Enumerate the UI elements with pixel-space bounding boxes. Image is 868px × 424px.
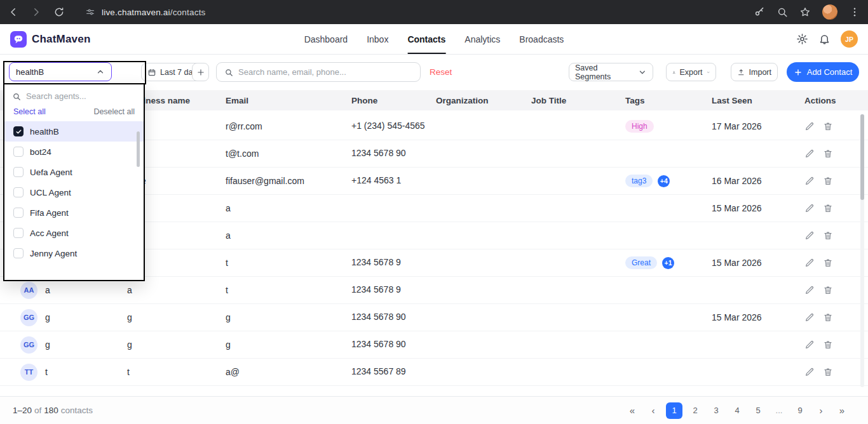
back-icon[interactable]: [8, 6, 19, 18]
page-ellipsis: ...: [771, 402, 787, 419]
avatar: AA: [20, 282, 37, 299]
nav-item-contacts[interactable]: Contacts: [407, 24, 445, 54]
delete-icon[interactable]: [823, 367, 833, 377]
add-contact-button[interactable]: Add Contact: [787, 62, 859, 82]
agent-option-healthb[interactable]: healthB: [4, 121, 144, 142]
first-page-button[interactable]: «: [624, 402, 641, 419]
add-filter-button[interactable]: [192, 63, 209, 81]
nav-item-broadcasts[interactable]: Broadcasts: [519, 24, 564, 54]
reload-icon[interactable]: [53, 6, 65, 18]
contacts-search[interactable]: [216, 62, 421, 82]
calendar-icon: [147, 68, 156, 77]
checkbox-icon[interactable]: [13, 208, 24, 218]
edit-icon[interactable]: [804, 258, 815, 268]
agent-option-label: Jenny Agent: [30, 249, 77, 258]
passkey-icon[interactable]: [754, 6, 765, 18]
results-unit: contacts: [61, 406, 93, 415]
table-row[interactable]: GGg g g 1234 5678 90 15 Mar 2026: [0, 304, 868, 331]
nav-item-analytics[interactable]: Analytics: [465, 24, 500, 54]
next-page-button[interactable]: ›: [813, 402, 829, 419]
contact-name: g: [45, 340, 50, 350]
browser-menu-icon[interactable]: [849, 6, 860, 18]
select-all-link[interactable]: Select all: [13, 107, 46, 116]
notifications-bell-icon[interactable]: [818, 33, 831, 45]
nav-item-dashboard[interactable]: Dashboard: [304, 24, 348, 54]
brand-logo[interactable]: ChatMaven: [10, 31, 91, 48]
table-row[interactable]: TTt t a@ 1234 5567 89: [0, 359, 868, 386]
last-seen: 17 Mar 2026: [705, 121, 797, 131]
nav-item-inbox[interactable]: Inbox: [367, 24, 388, 54]
delete-icon[interactable]: [823, 340, 833, 350]
checkbox-icon[interactable]: [13, 167, 24, 177]
checkbox-icon[interactable]: [13, 248, 24, 258]
prev-page-button[interactable]: ‹: [645, 402, 661, 419]
agents-list-scrollbar-thumb[interactable]: [137, 131, 140, 167]
forward-icon[interactable]: [31, 6, 42, 18]
table-scrollbar-thumb[interactable]: [860, 114, 864, 200]
tag-pill: Great: [625, 256, 657, 269]
checkbox-checked-icon[interactable]: [13, 126, 24, 136]
edit-icon[interactable]: [804, 149, 815, 159]
page-button-1[interactable]: 1: [666, 402, 682, 419]
address-bar[interactable]: live.chatmaven.ai/contacts: [102, 8, 206, 17]
saved-segments-button[interactable]: Saved Segments: [569, 63, 653, 81]
site-info-icon[interactable]: [85, 7, 95, 17]
delete-icon[interactable]: [823, 203, 833, 213]
page-button-4[interactable]: 4: [729, 402, 745, 419]
column-header-job-title: Job Title: [527, 96, 623, 105]
browser-profile-avatar[interactable]: [822, 4, 837, 20]
edit-icon[interactable]: [804, 176, 815, 186]
zoom-icon[interactable]: [776, 6, 788, 18]
checkbox-icon[interactable]: [13, 228, 24, 238]
checkbox-icon[interactable]: [13, 147, 24, 157]
agents-search-input[interactable]: [26, 91, 136, 101]
tag-pill: High: [625, 120, 654, 133]
agent-option-fifa-agent[interactable]: Fifa Agent: [4, 202, 144, 223]
brand-name: ChatMaven: [32, 33, 91, 46]
agent-filter-select[interactable]: healthB: [9, 62, 112, 81]
import-label: Import: [749, 68, 771, 77]
page-button-5[interactable]: 5: [750, 402, 766, 419]
checkbox-icon[interactable]: [13, 187, 24, 197]
edit-icon[interactable]: [804, 312, 815, 322]
page-button-2[interactable]: 2: [687, 402, 703, 419]
delete-icon[interactable]: [823, 176, 833, 186]
contact-email: r@rr.com: [219, 121, 351, 131]
reset-filters-link[interactable]: Reset: [430, 63, 452, 81]
table-row[interactable]: GGg g g 1234 5678 90: [0, 331, 868, 359]
edit-icon[interactable]: [804, 203, 815, 213]
edit-icon[interactable]: [804, 230, 815, 241]
agent-option-jenny-agent[interactable]: Jenny Agent: [4, 243, 144, 263]
agent-option-uefa-agent[interactable]: Uefa Agent: [4, 162, 144, 182]
table-scrollbar[interactable]: [860, 114, 864, 387]
bookmark-star-icon[interactable]: [799, 6, 811, 18]
page-button-3[interactable]: 3: [708, 402, 724, 419]
delete-icon[interactable]: [823, 230, 833, 241]
contacts-search-input[interactable]: [238, 67, 412, 77]
agent-option-ucl-agent[interactable]: UCL Agent: [4, 182, 144, 202]
delete-icon[interactable]: [823, 149, 833, 159]
last-page-button[interactable]: »: [834, 402, 850, 419]
main-nav: Dashboard Inbox Contacts Analytics Broad…: [304, 24, 564, 54]
column-header-organization: Organization: [432, 96, 527, 105]
settings-gear-icon[interactable]: [796, 33, 808, 45]
delete-icon[interactable]: [823, 121, 833, 131]
page-button-9[interactable]: 9: [792, 402, 808, 419]
delete-icon[interactable]: [823, 285, 833, 295]
agent-option-bot24[interactable]: bot24: [4, 142, 144, 162]
business-name: g: [127, 312, 219, 322]
import-button[interactable]: Import: [731, 63, 778, 81]
delete-icon[interactable]: [823, 258, 833, 268]
deselect-all-link[interactable]: Deselect all: [93, 107, 135, 116]
export-button[interactable]: Export: [666, 63, 716, 81]
agents-search[interactable]: [4, 84, 144, 105]
results-total: 180: [44, 406, 58, 415]
agent-option-acc-agent[interactable]: Acc Agent: [4, 223, 144, 243]
edit-icon[interactable]: [804, 121, 815, 131]
edit-icon[interactable]: [804, 285, 815, 295]
agent-option-label: bot24: [30, 147, 51, 157]
edit-icon[interactable]: [804, 367, 815, 377]
user-avatar[interactable]: JP: [841, 30, 858, 48]
delete-icon[interactable]: [823, 312, 833, 322]
edit-icon[interactable]: [804, 340, 815, 350]
